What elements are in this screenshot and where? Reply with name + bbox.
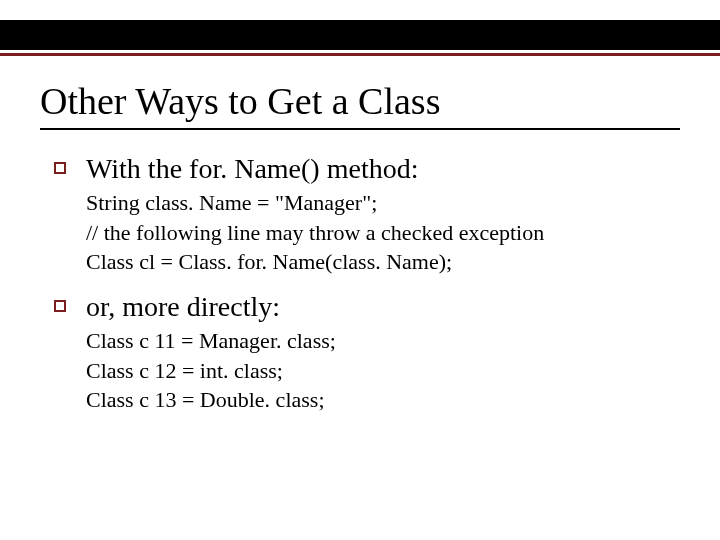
slide: Other Ways to Get a Class With the for. … xyxy=(0,0,720,540)
bullet-block: With the for. Name() method: String clas… xyxy=(54,152,680,276)
bullet-level1: With the for. Name() method: xyxy=(54,152,680,186)
title-container: Other Ways to Get a Class xyxy=(40,80,680,130)
bullet-level2: String class. Name = "Manager"; xyxy=(54,189,680,217)
bullet-level2: // the following line may throw a checke… xyxy=(54,219,680,247)
slide-title: Other Ways to Get a Class xyxy=(40,80,680,124)
bullet-level2: Class c 13 = Double. class; xyxy=(54,386,680,414)
bullet-level2: Class c 11 = Manager. class; xyxy=(54,327,680,355)
bullet-level2: Class c 12 = int. class; xyxy=(54,357,680,385)
title-bar-decoration xyxy=(0,20,720,50)
bullet-level1: or, more directly: xyxy=(54,290,680,324)
bullet-block: or, more directly: Class c 11 = Manager.… xyxy=(54,290,680,414)
content-area: With the for. Name() method: String clas… xyxy=(40,152,680,414)
bullet-level2: Class cl = Class. for. Name(class. Name)… xyxy=(54,248,680,276)
